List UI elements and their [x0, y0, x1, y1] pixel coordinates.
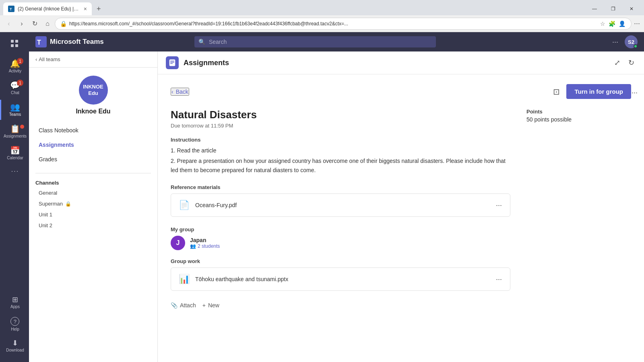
- app-name-label: Microsoft Teams: [50, 38, 104, 46]
- user-status-dot: [634, 44, 638, 48]
- apps-icon: ⊞: [12, 296, 18, 303]
- more-options-btn[interactable]: ···: [611, 36, 620, 48]
- menu-item-grades[interactable]: Grades: [29, 152, 157, 167]
- new-tab-btn[interactable]: +: [93, 5, 104, 13]
- app-container: 1 🔔 Activity 1 💬 Chat 👥 Teams 📋 Assignme…: [0, 32, 644, 362]
- team-sidebar: ‹ All teams INKNOEEdu Inknoe Edu ··· Cla…: [29, 51, 158, 362]
- address-bar[interactable]: 🔒 https://teams.microsoft.com/_#/school/…: [55, 18, 632, 30]
- extensions-icon[interactable]: 🧩: [608, 20, 616, 28]
- download-icon: ⬇: [12, 339, 18, 347]
- help-label: Help: [11, 327, 19, 331]
- section-divider: [35, 173, 151, 173]
- pptx-file-icon: 📊: [178, 273, 190, 286]
- channel-item-unit1[interactable]: Unit 1: [35, 209, 151, 220]
- active-tab[interactable]: T (2) General (Inknoe Edu) | Micro... ×: [3, 2, 92, 15]
- minimize-btn[interactable]: —: [585, 3, 604, 15]
- channel-unit1-label: Unit 1: [39, 212, 52, 218]
- points-label: Points: [526, 109, 631, 115]
- icon-sidebar: 1 🔔 Activity 1 💬 Chat 👥 Teams 📋 Assignme…: [0, 32, 29, 362]
- sidebar-item-more[interactable]: ···: [0, 165, 29, 178]
- bookmark-icon[interactable]: ☆: [599, 20, 606, 28]
- forward-nav-btn[interactable]: ›: [16, 18, 27, 29]
- menu-item-assignments[interactable]: Assignments: [29, 138, 157, 152]
- url-display: https://teams.microsoft.com/_#/school/cl…: [69, 21, 597, 27]
- svg-rect-8: [169, 60, 175, 66]
- profile-icon[interactable]: 👤: [618, 20, 626, 28]
- help-icon: ?: [10, 317, 19, 326]
- tab-favicon: T: [8, 6, 14, 12]
- channels-section: Channels General Superman 🔒 Unit 1 Unit …: [29, 177, 157, 231]
- browser-extra-buttons: ···: [633, 19, 641, 29]
- attach-actions: 📎 Attach + New: [171, 299, 510, 312]
- tab-close-btn[interactable]: ×: [84, 6, 87, 12]
- group-section: My group J Japan 👥 2: [171, 226, 510, 250]
- view-mode-btn[interactable]: ⊡: [551, 85, 561, 98]
- lock-icon: 🔒: [65, 201, 71, 207]
- attach-label: Attach: [180, 302, 196, 309]
- sidebar-item-calendar[interactable]: 📅 Calendar: [0, 143, 29, 163]
- channel-item-unit2[interactable]: Unit 2: [35, 220, 151, 231]
- home-btn[interactable]: ⌂: [42, 18, 53, 29]
- instructions-section: Instructions 1. Read the article 2. Prep…: [171, 137, 510, 175]
- sidebar-item-teams[interactable]: 👥 Teams: [0, 100, 29, 120]
- more-tools-btn[interactable]: ···: [633, 19, 641, 29]
- channels-header: Channels: [35, 177, 151, 187]
- group-work-section: Group work 📊 Tōhoku earthquake and tsuna…: [171, 258, 510, 291]
- all-teams-back-btn[interactable]: ‹ All teams: [35, 56, 60, 62]
- channel-item-general[interactable]: General: [35, 187, 151, 198]
- calendar-icon: 📅: [10, 146, 20, 154]
- svg-rect-3: [15, 40, 18, 43]
- sidebar-item-download[interactable]: ⬇ Download: [5, 336, 24, 356]
- header-right: ··· S2: [611, 35, 638, 48]
- channel-item-superman[interactable]: Superman 🔒: [35, 198, 151, 209]
- search-icon: 🔍: [198, 39, 205, 45]
- pptx-icon: 📊: [179, 274, 190, 284]
- search-input[interactable]: [194, 36, 436, 47]
- page-title: Assignments: [184, 59, 229, 67]
- chat-label: Chat: [11, 90, 19, 95]
- reference-file-name[interactable]: Oceans-Fury.pdf: [195, 202, 489, 208]
- channel-unit2-label: Unit 2: [39, 222, 52, 228]
- maximize-btn[interactable]: ❐: [604, 3, 622, 15]
- instruction-line-1: 1. Read the article: [171, 146, 510, 155]
- turn-in-btn[interactable]: Turn in for group: [566, 84, 631, 99]
- new-btn[interactable]: + New: [202, 302, 219, 309]
- close-btn[interactable]: ✕: [622, 3, 641, 15]
- group-work-label: Group work: [171, 258, 510, 264]
- my-group-label: My group: [171, 226, 510, 232]
- chat-badge: 1: [17, 80, 23, 86]
- instruction-line-2: 2. Prepare a presentation on how your as…: [171, 156, 510, 175]
- group-avatar: J: [171, 236, 185, 250]
- back-chevron-icon: ‹: [171, 88, 173, 95]
- svg-rect-5: [15, 44, 18, 47]
- sidebar-item-assignments[interactable]: 📋 Assignments: [0, 121, 29, 142]
- sidebar-item-help[interactable]: ? Help: [5, 314, 24, 335]
- group-work-more-btn[interactable]: ···: [494, 275, 504, 284]
- reference-file-card: 📄 Oceans-Fury.pdf ···: [171, 193, 510, 217]
- user-avatar[interactable]: S2: [625, 35, 638, 48]
- reference-file-more-btn[interactable]: ···: [494, 201, 504, 210]
- back-nav-btn[interactable]: ‹: [3, 18, 14, 29]
- expand-icon-btn[interactable]: ⤢: [613, 57, 622, 69]
- top-bar-right: ⊡ Turn in for group: [551, 84, 631, 99]
- download-label: Download: [6, 348, 24, 352]
- sidebar-item-apps[interactable]: ⊞ Apps: [5, 293, 24, 312]
- assignment-title: Natural Disasters: [171, 109, 510, 121]
- back-link-btn[interactable]: ‹ Back: [171, 88, 189, 96]
- window-controls: — ❐ ✕: [585, 3, 641, 15]
- menu-item-class-notebook[interactable]: Class Notebook: [29, 123, 157, 138]
- group-work-file-name[interactable]: Tōhoku earthquake and tsunami.pptx: [195, 276, 489, 282]
- refresh-content-btn[interactable]: ↻: [627, 57, 636, 69]
- sidebar-item-chat[interactable]: 1 💬 Chat: [0, 78, 29, 98]
- activity-label: Activity: [9, 69, 22, 73]
- points-value: 50 points possible: [526, 116, 631, 123]
- grid-icon[interactable]: [6, 35, 23, 51]
- team-name: Inknoe Edu: [76, 108, 110, 115]
- svg-rect-10: [170, 62, 174, 63]
- channel-superman-label: Superman: [39, 201, 63, 207]
- new-plus-icon: +: [202, 302, 206, 309]
- refresh-btn[interactable]: ↻: [29, 18, 40, 29]
- sidebar-item-activity[interactable]: 1 🔔 Activity: [0, 56, 29, 76]
- address-bar-icons: ☆ 🧩 👤: [599, 20, 626, 28]
- attach-btn[interactable]: 📎 Attach: [171, 302, 196, 309]
